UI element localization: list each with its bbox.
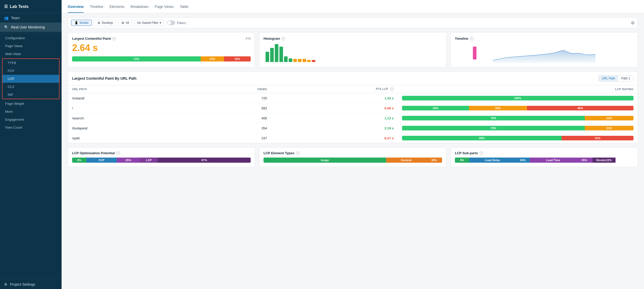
- subparts-card: LCP Sub-parts ? 8% Load Delay 34% Load T…: [451, 147, 638, 167]
- sub-seg-1: 8%: [455, 158, 469, 163]
- col-url-path: URL PATH: [68, 85, 184, 93]
- sidebar-item-fcp[interactable]: FCP: [3, 67, 59, 75]
- tab-elements[interactable]: Elements: [110, 1, 124, 13]
- cell-p75-lcp: 6.27 s: [271, 133, 398, 143]
- histogram-help-icon[interactable]: ?: [281, 37, 285, 40]
- toggle-path-1[interactable]: Path 1: [618, 76, 633, 81]
- opt-seg-5: 67%: [158, 158, 251, 163]
- sidebar-item-lcp[interactable]: LCP: [3, 75, 59, 83]
- cell-lcp-rating: 79%21%: [398, 113, 638, 123]
- url-data-table: URL PATH VIEWS P75 LCP ? LCP RATING /ice…: [68, 85, 638, 143]
- sidebar-item-inp[interactable]: INP: [3, 91, 59, 99]
- element-types-bar: Image General 30%: [264, 158, 442, 163]
- hist-bar-10: [307, 60, 311, 62]
- desktop-filter-btn[interactable]: 🖥 Desktop: [94, 20, 116, 26]
- lcp-card-title: Largest Contentful Paint ? P75: [72, 37, 251, 40]
- sidebar-item-project-settings[interactable]: ⚙ Project Settings: [0, 280, 62, 289]
- lcp-help-icon[interactable]: ?: [112, 37, 116, 40]
- sidebar-item-engagement[interactable]: Engagement: [0, 116, 62, 123]
- tab-table[interactable]: Table: [180, 1, 188, 13]
- subparts-help-icon[interactable]: ?: [480, 151, 483, 155]
- element-types-help-icon[interactable]: ?: [296, 151, 299, 155]
- filters-toggle[interactable]: Filters: [167, 20, 186, 25]
- optimization-card: LCP Optimization Potential ? 8% FCP 25% …: [68, 147, 255, 167]
- cell-views: 237: [184, 133, 271, 143]
- project-settings-label: Project Settings: [10, 282, 35, 286]
- web-vitals-label: Web Vitals: [5, 52, 21, 56]
- rating-bar-seg: 25%: [469, 106, 527, 110]
- table-row[interactable]: / 582 6.06 s 29%25%46%: [68, 103, 638, 113]
- cell-url: /budapest/: [68, 123, 184, 133]
- all-filter-btn[interactable]: ⊞ All: [118, 20, 132, 26]
- sidebar-item-configuration[interactable]: Configuration: [0, 34, 62, 42]
- rating-bar-seg: 29%: [402, 106, 469, 110]
- optimization-help-icon[interactable]: ?: [116, 151, 120, 155]
- timeline-sparkline: [455, 43, 633, 63]
- sidebar-item-page-weight[interactable]: Page Weight: [0, 100, 62, 108]
- col-views: VIEWS: [184, 85, 271, 93]
- optimization-bar: 8% FCP 25% LCP 67%: [72, 158, 251, 163]
- sidebar-item-web-vitals[interactable]: Web Vitals: [0, 50, 62, 58]
- tab-breakdown[interactable]: Breakdown: [131, 1, 149, 13]
- sidebar: ☰ Lab Tests 👥 Team 🔍 Real User Monitorin…: [0, 0, 62, 289]
- mobile-icon: 📱: [74, 21, 78, 25]
- tab-timeline[interactable]: Timeline: [90, 1, 103, 13]
- hist-bar-5: [284, 56, 288, 62]
- timeline-help-icon[interactable]: ?: [470, 37, 474, 40]
- table-row[interactable]: /budapest/ 354 2.19 s 79%21%: [68, 123, 638, 133]
- sidebar-item-cls[interactable]: CLS: [3, 83, 59, 91]
- sidebar-item-ttfb[interactable]: TTFB: [3, 59, 59, 67]
- sidebar-item-view-count[interactable]: View Count: [0, 123, 62, 131]
- table-row[interactable]: /search/ 406 1.13 s 79%21%: [68, 113, 638, 123]
- hist-bar-3: [275, 44, 278, 62]
- hist-bar-2: [270, 48, 274, 62]
- table-row[interactable]: /split/ 237 6.27 s 69%31%: [68, 133, 638, 143]
- saved-filter-dropdown[interactable]: No Saved Filter ▾: [134, 20, 164, 26]
- lcp-bar-red: 15%: [224, 56, 251, 61]
- search-icon: 🔍: [4, 25, 8, 29]
- opt-seg-4: LCP: [140, 158, 158, 163]
- settings-icon: ⚙: [4, 282, 7, 286]
- sparkline-area: [493, 50, 596, 63]
- table-row[interactable]: /iceland/ 725 1.43 s 100%: [68, 93, 638, 103]
- lcp-value: 2.64 s: [72, 43, 251, 53]
- sub-seg-ld-pct: 34%: [516, 158, 530, 163]
- sidebar-item-rum[interactable]: 🔍 Real User Monitoring: [0, 23, 62, 32]
- url-path-toggle: URL Path Path 1: [599, 75, 633, 81]
- histogram-card: Histogram ?: [259, 32, 446, 67]
- sidebar-item-team[interactable]: 👥 Team: [0, 13, 62, 23]
- rating-bar-seg: 46%: [527, 106, 633, 110]
- histogram-card-title: Histogram ?: [264, 37, 442, 40]
- cell-url: /: [68, 103, 184, 113]
- cell-url: /iceland/: [68, 93, 184, 103]
- tab-page-views[interactable]: Page Views: [155, 1, 174, 13]
- settings-icon-wrap[interactable]: ⚙: [631, 20, 635, 25]
- element-types-card: LCP Element Types ? Image General 30%: [259, 147, 446, 167]
- histogram-chart: [264, 42, 442, 62]
- opt-seg-1: 8%: [72, 158, 86, 163]
- sidebar-header[interactable]: ☰ Lab Tests: [0, 0, 62, 13]
- cell-lcp-rating: 29%25%46%: [398, 103, 638, 113]
- lcp-card: Largest Contentful Paint ? P75 2.64 s 72…: [68, 32, 255, 67]
- mobile-filter-btn[interactable]: 📱 Mobile: [71, 20, 92, 26]
- url-table-title: Largest Contentful Paint By URL Path: [72, 76, 136, 80]
- tab-overview[interactable]: Overview: [68, 1, 84, 13]
- rating-bar-seg: 100%: [402, 96, 633, 100]
- timeline-spike: [473, 47, 476, 59]
- cell-url: /split/: [68, 133, 184, 143]
- subparts-bar: 8% Load Delay 34% Load Time 35% Render22…: [455, 158, 633, 163]
- cell-views: 725: [184, 93, 271, 103]
- hist-bar-6: [289, 58, 292, 62]
- all-icon: ⊞: [122, 21, 124, 25]
- main-content: Overview Timeline Elements Breakdown Pag…: [62, 0, 644, 289]
- content-area: 📱 Mobile 🖥 Desktop ⊞ All No Saved Filter…: [62, 13, 644, 289]
- cell-lcp-rating: 79%21%: [398, 123, 638, 133]
- top-tabs: Overview Timeline Elements Breakdown Pag…: [62, 0, 644, 13]
- sidebar-item-page-views[interactable]: Page Views: [0, 42, 62, 50]
- cell-p75-lcp: 6.06 s: [271, 103, 398, 113]
- p75-lcp-help-icon[interactable]: ?: [390, 87, 394, 91]
- toggle-url-path[interactable]: URL Path: [599, 76, 618, 81]
- url-table-section: Largest Contentful Paint By URL Path URL…: [68, 71, 638, 143]
- toggle-switch[interactable]: [167, 20, 175, 25]
- sidebar-item-more[interactable]: More: [0, 108, 62, 116]
